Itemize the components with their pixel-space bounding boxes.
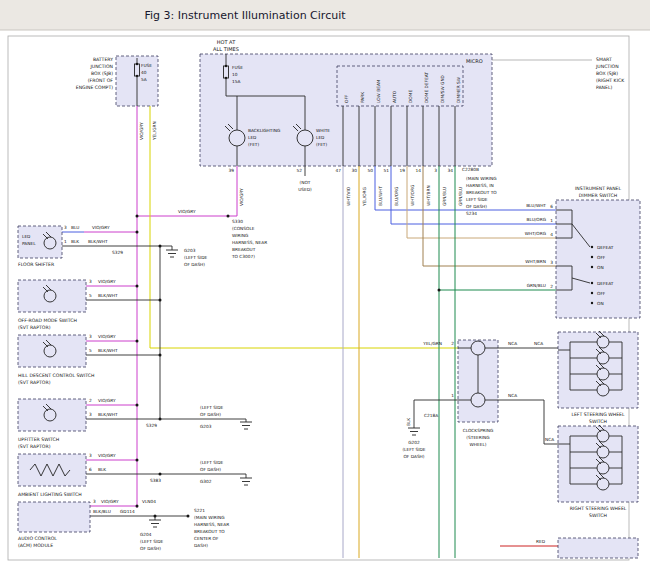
component-name: RIGHT STEERING WHEEL [570, 506, 627, 511]
wire-label: BLK [71, 239, 79, 244]
bjb-label: ENGINE COMPT) [76, 85, 113, 90]
wire-label: BLK/WHT [98, 293, 118, 298]
fuse-40-label: 40 [141, 70, 147, 75]
pin-number: 2 [89, 398, 92, 403]
pin-number: 6 [550, 204, 553, 209]
svg-text:(LEFT SIDE: (LEFT SIDE [200, 405, 223, 410]
not-used-label: USED) [298, 187, 312, 192]
wire-label: VIO/GRY [101, 499, 119, 504]
pin-number: 3 [550, 260, 553, 265]
wire-label: YEL/ORG [362, 187, 367, 207]
pin-number: 1 [451, 393, 454, 398]
svg-text:(MAIN WIRING: (MAIN WIRING [466, 176, 496, 181]
hot-at-all-times-label: ALL TIMES [213, 46, 239, 52]
component-name: UPFITTER SWITCH [18, 437, 59, 442]
pin-number: 1 [550, 218, 553, 223]
wire-label: VIO/GRY [239, 188, 244, 206]
svg-text:G202: G202 [408, 440, 420, 445]
fuse-40-label: FUSE [141, 63, 152, 68]
bjb-label: (FRONT OF [88, 78, 114, 83]
wire-label: YEL/GRN [152, 121, 157, 141]
component-name: SWITCH [589, 419, 607, 424]
svg-text:G203: G203 [200, 424, 212, 429]
svg-text:G302: G302 [200, 479, 212, 484]
pin-number: 5 [89, 293, 92, 298]
circuit-label: GD114 [120, 509, 135, 514]
micro-signal-label: DOME DEFEAT [424, 72, 429, 103]
switch-position-label: DEFEAT [597, 281, 614, 286]
fuse-10-label: 15A [232, 79, 240, 84]
svg-text:(MAIN WIRING: (MAIN WIRING [194, 515, 224, 520]
wiring-diagram: Fig 3: Instrument Illumination Circuit B… [0, 0, 650, 569]
micro-signal-label: DIM/SW GND [440, 74, 445, 103]
wire-label: WHT/BRN [426, 185, 431, 206]
switch-position-label: OFF [597, 291, 606, 296]
pin-number: 19 [400, 168, 406, 173]
micro-signal-label: PARK [360, 92, 365, 103]
component-name: (SVT RAPTOR) [18, 380, 51, 385]
splice-s383-label: S383 [150, 478, 161, 483]
wire-label: VIO/GRY [98, 398, 116, 403]
instrument-panel-dimmer-switch: INSTRUMENT PANEL DIMMER SWITCH 6 1 4 3 2… [550, 186, 640, 318]
wire-label: VIO/GRY [139, 122, 144, 140]
pin-number: 30 [352, 168, 358, 173]
micro-signal-label: DOME [408, 90, 413, 103]
svg-text:BREAKOUT: BREAKOUT [232, 247, 256, 252]
svg-text:TO C3007): TO C3007) [231, 254, 255, 259]
wire-label: BLK [406, 418, 411, 426]
pin-number: 2 [550, 284, 553, 289]
component-name: (ACM) MODULE [18, 543, 53, 548]
bjb-label: BOX (SJB) [91, 71, 113, 76]
component-name: (STEERING [466, 435, 489, 440]
svg-text:(CONSOLE: (CONSOLE [232, 226, 255, 231]
pin-number: 14 [416, 168, 422, 173]
sjb-label: PANEL) [596, 85, 613, 90]
pin-number: 4 [550, 232, 553, 237]
component-name: (SVT RAPTOR) [18, 444, 51, 449]
svg-text:S330: S330 [232, 219, 243, 224]
not-used-label: (NOT [300, 180, 311, 185]
svg-text:S234: S234 [466, 211, 477, 216]
backlighting-led-label: LED [248, 135, 257, 140]
wire-label: GRN/BLU [458, 187, 463, 206]
pin-number: 3 [64, 225, 67, 230]
backlighting-led-label: (FET) [248, 142, 259, 147]
svg-text:OF DASH): OF DASH) [140, 546, 161, 551]
svg-text:HARNESS, IN: HARNESS, IN [466, 183, 494, 188]
pin-number: 34 [448, 168, 454, 173]
micro-signal-label: OFF [344, 94, 349, 103]
connector-c2280b-label: C2280B [462, 167, 479, 172]
switch-position-label: DEFEAT [597, 245, 614, 250]
fuse-40-label: 5A [141, 77, 147, 82]
svg-text:NCA: NCA [508, 341, 517, 346]
bjb-label: BATTERY [93, 57, 113, 62]
wire-label: RED [536, 539, 546, 544]
svg-text:WIRING: WIRING [232, 233, 248, 238]
svg-text:(LEFT SIDE: (LEFT SIDE [140, 539, 163, 544]
splice-s329-label: S329 [146, 423, 157, 428]
wire-label: VIO/GRY [98, 279, 116, 284]
component-name: LEFT STEERING WHEEL [571, 412, 625, 417]
pin-number: 3 [434, 168, 437, 173]
svg-text:CENTER OF: CENTER OF [194, 536, 219, 541]
white-led-label: LED [316, 135, 325, 140]
wire-label: VIO/GRY [98, 453, 116, 458]
switch-position-label: OFF [597, 255, 606, 260]
svg-text:(LEFT SIDE: (LEFT SIDE [402, 447, 425, 452]
sjb-label: (RIGHT KICK [596, 78, 625, 83]
splice-s329-label: S329 [112, 250, 123, 255]
svg-text:WHT/ORG: WHT/ORG [525, 231, 546, 236]
svg-text:WHT/BRN: WHT/BRN [525, 259, 546, 264]
component-name: INSTRUMENT PANEL [575, 186, 622, 191]
fuse-10-label: FUSE [232, 65, 243, 70]
wire-label: BLK/BLU [93, 509, 111, 514]
svg-text:BREAKOUT TO: BREAKOUT TO [194, 529, 225, 534]
component-name: WHEEL) [470, 442, 487, 447]
circuit-label: VLN04 [142, 499, 156, 504]
wire-label: BLU/ORG [394, 187, 399, 206]
svg-text:DASH): DASH) [194, 543, 208, 548]
sjb-label: JUNCTION [595, 64, 619, 69]
connector-c218a-label: C218A [424, 413, 438, 418]
svg-text:BLU/WHT: BLU/WHT [526, 203, 546, 208]
svg-text:BLU/ORG: BLU/ORG [527, 217, 546, 222]
